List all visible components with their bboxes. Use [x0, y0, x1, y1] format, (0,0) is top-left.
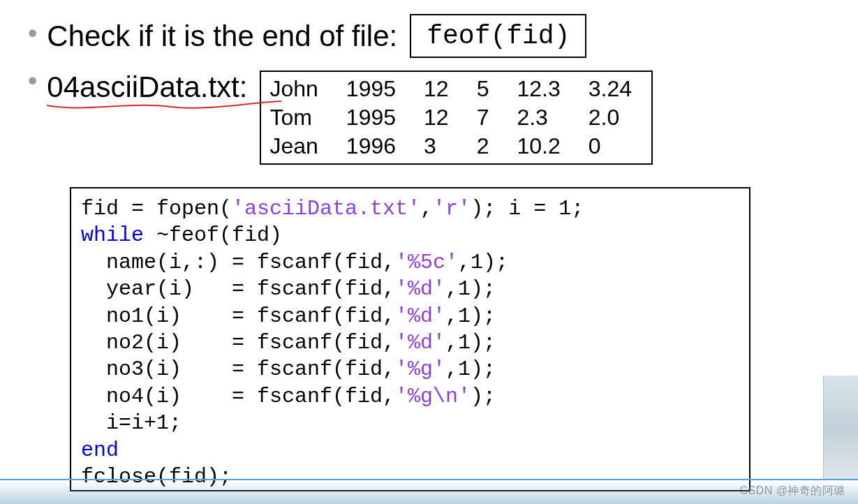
code-keyword: while — [81, 223, 156, 247]
code-text: fid = fopen( — [81, 197, 232, 221]
cell: 3.24 — [580, 75, 651, 103]
bullet-icon: • — [28, 68, 37, 94]
code-text: , — [420, 197, 433, 221]
code-text: ,1); — [445, 357, 496, 381]
watermark-text: CSDN @神奇的阿璐 — [739, 484, 845, 498]
code-string: '%d' — [395, 277, 445, 301]
code-text: no3(i) = fscanf(fid, — [81, 357, 395, 381]
cell: 1996 — [338, 132, 415, 161]
code-block: fid = fopen('asciiData.txt','r'); i = 1;… — [70, 187, 750, 491]
code-string: 'asciiData.txt' — [232, 197, 420, 221]
code-text: i=i+1; — [81, 411, 182, 435]
cell: 0 — [580, 132, 651, 161]
code-string: '%5c' — [395, 251, 458, 274]
code-string: '%g\n' — [395, 385, 471, 408]
cell: 3 — [415, 132, 468, 161]
cell: 12 — [415, 75, 468, 103]
code-text: ); — [471, 385, 496, 408]
code-keyword: end — [81, 438, 119, 462]
code-string: '%d' — [395, 331, 445, 355]
code-string: '%g' — [395, 357, 445, 381]
code-text: ~feof(fid) — [156, 223, 282, 247]
cell: Jean — [261, 132, 337, 161]
cell: 5 — [468, 75, 509, 103]
code-text: ,1); — [445, 277, 496, 301]
code-text: name(i,:) = fscanf(fid, — [81, 251, 395, 274]
cell: 12 — [415, 103, 468, 132]
cell: 1995 — [338, 103, 415, 132]
table-row: Tom 1995 12 7 2.3 2.0 — [261, 103, 651, 132]
code-text: no4(i) = fscanf(fid, — [81, 385, 395, 408]
hand-underline-icon — [45, 98, 283, 114]
thumbnail-preview — [823, 376, 858, 480]
code-text: no1(i) = fscanf(fid, — [81, 304, 395, 328]
code-text: no2(i) = fscanf(fid, — [81, 331, 395, 355]
bullet-item-2: • 04asciiData.txt: John 1995 12 5 12.3 3… — [28, 71, 837, 165]
code-text: ); i = 1; — [471, 197, 584, 221]
bullet-1-text: Check if it is the end of file: — [47, 20, 397, 53]
video-control-bar[interactable] — [0, 479, 858, 504]
cell: 12.3 — [508, 75, 579, 103]
table-row: Jean 1996 3 2 10.2 0 — [261, 132, 651, 161]
cell: 2.0 — [580, 103, 651, 132]
cell: 7 — [468, 103, 509, 132]
ascii-data-table: John 1995 12 5 12.3 3.24 Tom 1995 12 7 2… — [260, 71, 653, 165]
code-text: ,1); — [458, 251, 508, 274]
bullet-item-1: • Check if it is the end of file: feof(f… — [28, 14, 837, 58]
cell: 2 — [468, 132, 509, 161]
code-text: ,1); — [445, 304, 496, 328]
code-string: '%d' — [395, 304, 445, 328]
bullet-icon: • — [28, 20, 37, 47]
cell: 2.3 — [508, 103, 579, 132]
table-row: John 1995 12 5 12.3 3.24 — [261, 75, 651, 103]
inline-code-feof: feof(fid) — [410, 14, 586, 58]
code-text: ,1); — [445, 331, 496, 355]
cell: 10.2 — [508, 132, 579, 161]
code-text: year(i) = fscanf(fid, — [81, 277, 395, 301]
cell: 1995 — [338, 75, 415, 103]
code-string: 'r' — [433, 197, 471, 221]
